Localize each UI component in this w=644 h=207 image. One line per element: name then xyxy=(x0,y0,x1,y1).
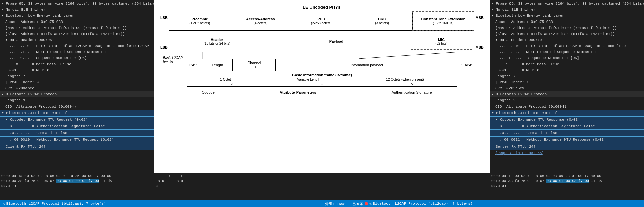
phy-box-preamble: Preamble(1 or 2 octets) xyxy=(169,11,230,30)
left-tree-line-15: ▾ Bluetooth L2CAP Protocol xyxy=(0,91,154,97)
left-tree-line-14: CRC: 0x8dabce xyxy=(0,85,154,91)
att-arrow-2: ↓ xyxy=(321,82,323,86)
connector-lines xyxy=(189,52,472,59)
right-tree-line-19: ▾ Opcode: Exchange MTU Response (0x03) xyxy=(490,116,644,123)
right-tree-line-0: ▸ Frame 66: 33 bytes on wire (264 bits),… xyxy=(490,1,644,7)
left-tree-line-0: ▸ Frame 65: 33 bytes on wire (264 bits),… xyxy=(0,1,154,7)
left-tree-line-22: ..00 0010 = Method: Exchange MTU Request… xyxy=(0,136,154,143)
hex-left-content-line-2: 0020 73 xyxy=(1,184,153,189)
right-tree-line-17: CID: Attribute Protocol (0x0004) xyxy=(490,104,644,110)
right-tree-line-14: CRC: 0x85a5c9 xyxy=(490,85,644,91)
phy-box-pdu: PDU(2-258 octets) xyxy=(291,11,352,30)
status-packet-count: 分组: 1698 · 已显示 xyxy=(325,201,363,206)
main-content: ▸ Frame 65: 33 bytes on wire (264 bits),… xyxy=(0,0,644,173)
left-tree-line-9: .... 0... = Sequence Number: 0 [OK] xyxy=(0,55,154,61)
phy-box-cte: Constant Tone Extension(16 to 160 µs) xyxy=(412,11,474,31)
edit-icon-right: ✎ xyxy=(369,202,372,206)
phy-lsb-label: LSB xyxy=(160,16,168,20)
left-tree-line-13: [L2CAP Index: 0] xyxy=(0,79,154,85)
phy-box-access-address: Access-Address(4 octets) xyxy=(230,11,291,30)
hex-left-content-line-0: 0000 0a 1a 00 02 78 18 06 0a 01 1a 25 00… xyxy=(1,174,153,179)
right-tree-line-16: Length: 3 xyxy=(490,97,644,104)
hex-right-content-line-2: 0020 93 xyxy=(491,184,643,189)
left-tree-line-21: .0.. .... = Command: False xyxy=(0,130,154,136)
right-tree-line-18: ▾ Bluetooth Attribute Protocol xyxy=(490,110,644,116)
left-tree-line-12: Length: 7 xyxy=(0,73,154,79)
hex-center-line2: -8·u·····-8-u···· xyxy=(156,179,488,184)
l2cap-num-right: 16 xyxy=(461,63,464,67)
right-tree-line-5: [Slave Address: c1:f6:ad:42:0d:84 (c1:f6… xyxy=(490,31,644,37)
status-left-text: Bluetooth L2CAP Protocol (btl2cap), 7 by… xyxy=(6,202,106,206)
att-arrow-1: ↙ xyxy=(231,82,234,86)
hex-left: 0000 0a 1a 00 02 78 18 06 0a 01 1a 25 00… xyxy=(0,173,154,200)
pdu-lsb-label: LSB xyxy=(160,45,170,50)
status-divider xyxy=(322,201,322,206)
left-tree-line-4: [Master Address: 70:a9:2f:f9:d8:09 (70:a… xyxy=(0,25,154,31)
hex-right: 0000 0a 1a 00 02 79 18 06 0a 03 09 28 01… xyxy=(490,173,644,200)
l2cap-box-payload: Information payload xyxy=(276,59,458,71)
left-tree-line-20: 0... .... = Authentication Signature: Fa… xyxy=(0,123,154,130)
svg-line-1 xyxy=(359,52,458,59)
right-tree-line-11: 000. .... = RFU: 0 xyxy=(490,67,644,73)
hex-center-line3: s xyxy=(156,184,488,189)
left-panel: ▸ Frame 65: 33 bytes on wire (264 bits),… xyxy=(0,0,154,173)
hex-center-line1: ····· x·····%····· xyxy=(156,174,488,179)
pdu-msb-label: MSB xyxy=(474,45,484,50)
right-tree-line-2: ▾ Bluetooth Low Energy Link Layer xyxy=(490,13,644,19)
att-box-opcode: Opcode xyxy=(187,87,229,98)
att-length-3: 12 Octets (when present) xyxy=(386,78,424,81)
status-right-text: Bluetooth L2CAP Protocol (btl2cap), 7 by… xyxy=(373,202,473,206)
pdu-box-mic: MIC(32 bits) xyxy=(411,33,472,50)
right-tree-line-8: .... .1.. = Next Expected Sequence Numbe… xyxy=(490,49,644,55)
right-tree-line-13: [L2CAP Index: 1] xyxy=(490,79,644,85)
l2cap-box-channelid: ChannelID xyxy=(233,59,276,71)
left-tree-line-11: 000. .... = RFU: 0 xyxy=(0,67,154,73)
status-dot xyxy=(365,202,368,205)
right-tree-line-10: ...1 .... = More Data: True xyxy=(490,61,644,67)
left-panel-content: ▸ Frame 65: 33 bytes on wire (264 bits),… xyxy=(0,0,154,173)
l2cap-box-length: Length xyxy=(202,59,233,71)
right-tree-line-6: ▾ Data Header: 0x071e xyxy=(490,37,644,43)
hex-after-1: a1 a5 xyxy=(589,179,602,183)
pdu-box-header: Header(16 bits or 24 bits) xyxy=(172,33,262,50)
hex-normal-1: 0010 00 38 f0 75 9c 1e 07 xyxy=(491,179,546,183)
hex-highlight-1: 03 00 04 00 02 f7 00 xyxy=(56,179,99,183)
left-tree-line-2: ▾ Bluetooth Low Energy Link Layer xyxy=(0,13,154,19)
left-tree-line-18: ▾ Bluetooth Attribute Protocol xyxy=(0,110,154,116)
left-tree-line-17: CID: Attribute Protocol (0x0004) xyxy=(0,104,154,110)
left-tree-line-7: .... ..10 = LLID: Start of an L2CAP mess… xyxy=(0,43,154,49)
right-tree-line-23: Server Rx MTU: 247 xyxy=(490,143,644,150)
diagram-title: LE Uncoded PHYs xyxy=(169,5,474,10)
att-arrow-3: ↘ xyxy=(411,82,413,86)
att-box-parameters: Attribute Parameters xyxy=(229,87,367,98)
left-tree-line-8: .... .1.. = Next Expected Sequence Numbe… xyxy=(0,49,154,55)
status-right: 分组: 1698 · 已显示 ✎ Bluetooth L2CAP Protoco… xyxy=(325,201,642,206)
left-tree-line-23: Client Rx MTU: 247 xyxy=(0,143,154,150)
pdu-box-payload: Payload xyxy=(262,33,411,50)
right-tree-line-22: ..00 0011 = Method: Exchange MTU Respons… xyxy=(490,136,644,143)
hex-center: ····· x·····%····· -8·u·····-8-u···· s xyxy=(154,173,490,200)
right-tree-line-20: 0... .... = Authentication Signature: Fa… xyxy=(490,123,644,130)
left-tree-line-1: ▸ Nordic BLE Sniffer xyxy=(0,7,154,13)
right-tree-line-24[interactable]: [Request in Frame: 65] xyxy=(490,150,644,156)
phy-box-crc: CRC(3 octets) xyxy=(352,11,413,30)
right-tree-line-4: [Master Address: 70:a9:2f:f9:d8:09 (70:a… xyxy=(490,25,644,31)
left-tree-line-19: ▾ Opcode: Exchange MTU Request (0x02) xyxy=(0,116,154,123)
att-length-1: 1 Octet xyxy=(220,78,231,81)
att-box-auth-sig: Authentication Signature xyxy=(367,87,457,98)
hex-after-1: b1 d5 xyxy=(99,179,112,183)
status-left: ✎ Bluetooth L2CAP Protocol (btl2cap), 7 … xyxy=(3,202,319,206)
hex-highlight-1: 03 00 04 00 03 f7 00 xyxy=(546,179,589,183)
status-bar: ✎ Bluetooth L2CAP Protocol (btl2cap), 7 … xyxy=(0,200,644,207)
right-panel: ▸ Frame 66: 33 bytes on wire (264 bits),… xyxy=(490,0,644,173)
att-length-2: Variable Length xyxy=(297,78,320,81)
phy-msb-label: MSB xyxy=(476,16,484,20)
left-tree-line-5: [Slave Address: c1:f6:ad:42:0d:84 (c1:f6… xyxy=(0,31,154,37)
left-tree-line-3: Access Address: 0x9c75f038 xyxy=(0,19,154,25)
center-panel: LSB LE Uncoded PHYs Preamble(1 or 2 octe… xyxy=(154,0,490,173)
att-frame-title: Basic information frame (B-frame) xyxy=(160,73,484,77)
hex-normal-1: 0010 00 38 f0 75 9c 06 07 xyxy=(1,179,56,183)
left-tree-line-16: Length: 3 xyxy=(0,97,154,104)
hex-right-content-line-1: 0010 00 38 f0 75 9c 1e 07 03 00 04 00 03… xyxy=(491,179,643,184)
right-panel-content: ▸ Frame 66: 33 bytes on wire (264 bits),… xyxy=(490,0,644,173)
